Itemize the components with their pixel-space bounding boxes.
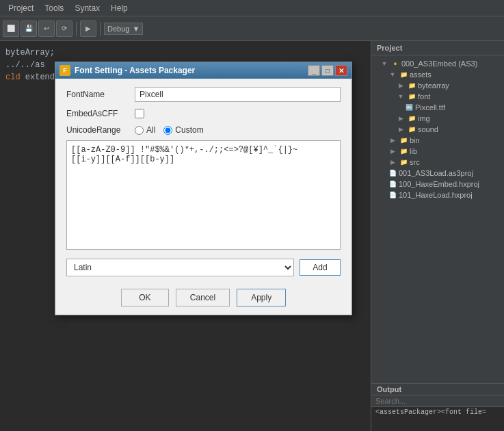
radio-all[interactable] (135, 126, 144, 135)
dialog-buttons: OK Cancel Apply (66, 286, 341, 306)
radio-custom[interactable] (163, 126, 172, 135)
embedascff-label: EmbedAsCFF (66, 109, 135, 118)
font-setting-dialog: F Font Setting - Assets Packager _ □ ✕ F… (55, 62, 352, 315)
minimize-button[interactable]: _ (308, 65, 320, 76)
dialog-title-left: F Font Setting - Assets Packager (59, 65, 195, 76)
fontname-label: FontName (66, 90, 135, 99)
radio-custom-item[interactable]: Custom (163, 125, 203, 135)
apply-button[interactable]: Apply (237, 289, 286, 306)
dialog-icon-label: F (63, 67, 67, 74)
dialog-app-icon: F (59, 65, 70, 76)
cancel-button[interactable]: Cancel (176, 289, 230, 306)
language-select[interactable]: Latin Greek Cyrillic Japanese Chinese Ko… (66, 259, 294, 276)
unicode-range-textarea[interactable] (66, 140, 341, 250)
add-button[interactable]: Add (300, 259, 341, 276)
radio-group: All Custom (135, 125, 204, 135)
unicoderange-label: UnicodeRange (66, 125, 135, 135)
radio-all-label: All (146, 125, 155, 135)
unicoderange-row: UnicodeRange All Custom (66, 125, 341, 135)
dialog-overlay: F Font Setting - Assets Packager _ □ ✕ F… (0, 0, 504, 431)
dialog-titlebar: F Font Setting - Assets Packager _ □ ✕ (55, 62, 352, 79)
fontname-row: FontName (66, 87, 341, 102)
radio-all-item[interactable]: All (135, 125, 155, 135)
radio-custom-label: Custom (175, 125, 203, 135)
fontname-input[interactable] (135, 87, 341, 102)
embedascff-row: EmbedAsCFF (66, 109, 341, 118)
embedascff-checkbox[interactable] (135, 109, 144, 118)
close-button[interactable]: ✕ (335, 65, 347, 76)
dialog-window-controls: _ □ ✕ (308, 65, 347, 76)
dialog-body: FontName EmbedAsCFF UnicodeRange All (55, 79, 352, 315)
ok-button[interactable]: OK (121, 289, 169, 306)
dialog-title-text: Font Setting - Assets Packager (75, 66, 195, 75)
bottom-row: Latin Greek Cyrillic Japanese Chinese Ko… (66, 259, 341, 276)
maximize-button[interactable]: □ (321, 65, 334, 76)
